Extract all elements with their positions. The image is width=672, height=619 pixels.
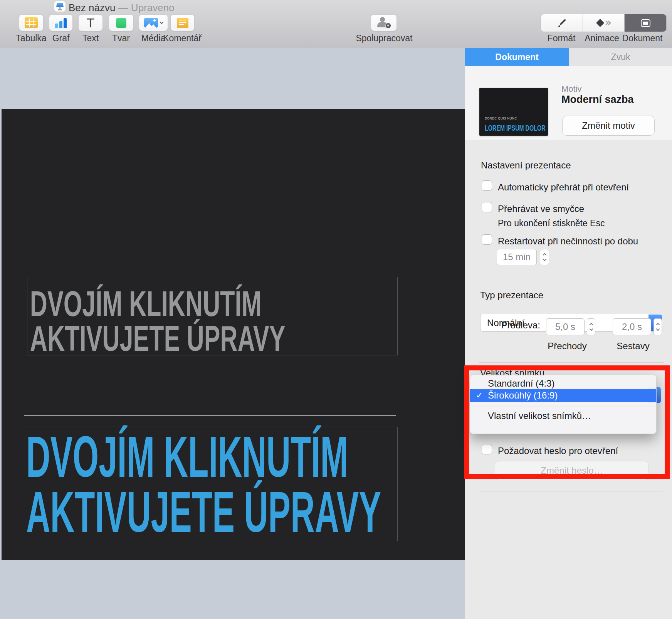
comment-button-label: Komentář xyxy=(151,33,213,44)
slide-body-line2: AKTIVUJETE ÚPRAVY xyxy=(24,484,240,540)
slide-title-line1: DVOJÍM KLIKNUTÍM xyxy=(27,286,279,321)
shape-button[interactable] xyxy=(109,14,134,31)
comment-button[interactable] xyxy=(170,14,195,31)
transitions-label: Přechody xyxy=(542,341,592,352)
document-segment-label: Dokument xyxy=(615,33,669,44)
change-theme-button[interactable]: Změnit motiv xyxy=(562,116,655,136)
slide-canvas: DVOJÍM KLIKNUTÍM AKTIVUJETE ÚPRAVY DVOJÍ… xyxy=(0,48,465,619)
theme-heading: Motiv xyxy=(561,84,582,94)
tab-zvuk[interactable]: Zvuk xyxy=(569,48,672,66)
loop-hint: Pro ukončení stiskněte Esc xyxy=(498,218,605,229)
section-divider xyxy=(479,362,664,363)
idle-time-stepper[interactable] xyxy=(540,249,549,265)
document-title: Bez názvu xyxy=(69,2,115,13)
theme-thumbnail: DONEC QUIS NUNC LOREM IPSUM DOLOR xyxy=(479,88,548,136)
text-icon: T xyxy=(87,16,95,29)
presentation-settings-heading: Nastavení prezentace xyxy=(481,160,571,171)
media-button[interactable] xyxy=(139,14,168,31)
inspector-segmented-control xyxy=(541,14,667,32)
slide-divider-line[interactable] xyxy=(24,415,396,416)
delay-label: Prodleva: xyxy=(500,320,540,331)
animate-segment[interactable] xyxy=(583,14,625,32)
tab-zvuk-label: Zvuk xyxy=(611,52,630,62)
inspector-sidebar: Dokument Zvuk DONEC QUIS NUNC LOREM IPSU… xyxy=(465,48,672,619)
shape-icon xyxy=(116,18,126,28)
text-button[interactable]: T xyxy=(78,14,103,31)
restart-checkbox[interactable] xyxy=(482,234,492,245)
builds-delay-value: 2,0 s xyxy=(622,321,642,332)
idle-time-value: 15 min xyxy=(503,252,531,262)
loop-checkbox[interactable] xyxy=(482,202,492,212)
collaborate-button[interactable] xyxy=(371,14,397,31)
idle-time-field[interactable]: 15 min xyxy=(497,249,537,265)
keynote-app-icon xyxy=(54,1,66,12)
chart-button[interactable] xyxy=(49,14,73,31)
theme-thumbnail-subtitle: DONEC QUIS NUNC xyxy=(485,116,517,120)
slide-body-line1: DVOJÍM KLIKNUTÍM xyxy=(24,429,240,484)
chart-icon xyxy=(54,18,67,28)
slide-title-textbox[interactable]: DVOJÍM KLIKNUTÍM AKTIVUJETE ÚPRAVY xyxy=(27,277,398,355)
loop-label: Přehrávat ve smyčce xyxy=(498,204,584,214)
builds-delay-stepper[interactable] xyxy=(654,318,662,335)
document-segment[interactable] xyxy=(625,14,666,32)
toolbar: Bez názvu — Upraveno T Tabulka Graf Text… xyxy=(0,0,672,48)
slide-title-line2: AKTIVUJETE ÚPRAVY xyxy=(27,321,279,356)
theme-name: Moderní sazba xyxy=(561,94,634,106)
collaborate-icon xyxy=(376,17,391,29)
animate-icon xyxy=(597,20,610,26)
restart-label: Restartovat při nečinnosti po dobu xyxy=(498,236,638,247)
comment-icon xyxy=(177,18,188,28)
theme-thumbnail-title: LOREM IPSUM DOLOR xyxy=(485,124,546,133)
autoplay-label: Automaticky přehrát při otevření xyxy=(498,182,629,193)
window-title: Bez názvu — Upraveno xyxy=(69,2,175,14)
slide[interactable]: DVOJÍM KLIKNUTÍM AKTIVUJETE ÚPRAVY DVOJÍ… xyxy=(2,109,465,560)
builds-delay-field[interactable]: 2,0 s xyxy=(613,318,651,335)
tab-dokument[interactable]: Dokument xyxy=(465,48,569,66)
brush-icon xyxy=(557,18,567,28)
table-icon xyxy=(25,17,38,28)
autoplay-checkbox[interactable] xyxy=(482,180,492,191)
document-status: — Upraveno xyxy=(118,2,175,13)
document-icon xyxy=(641,19,650,27)
table-button[interactable] xyxy=(19,14,44,31)
section-divider xyxy=(479,277,664,277)
transitions-delay-field[interactable]: 5,0 s xyxy=(546,318,585,335)
presentation-type-heading: Typ prezentace xyxy=(480,290,543,301)
chevron-down-icon xyxy=(160,20,163,24)
media-icon xyxy=(144,18,158,28)
transitions-delay-value: 5,0 s xyxy=(555,321,575,332)
builds-label: Sestavy xyxy=(608,341,658,352)
collaborate-label: Spolupracovat xyxy=(353,33,415,44)
format-segment[interactable] xyxy=(541,14,583,32)
transitions-delay-stepper[interactable] xyxy=(587,318,595,335)
annotation-highlight-box xyxy=(464,365,670,479)
slide-body-textbox[interactable]: DVOJÍM KLIKNUTÍM AKTIVUJETE ÚPRAVY xyxy=(24,427,398,541)
tab-dokument-label: Dokument xyxy=(495,52,538,62)
change-theme-label: Změnit motiv xyxy=(582,120,635,131)
section-divider xyxy=(479,491,664,491)
